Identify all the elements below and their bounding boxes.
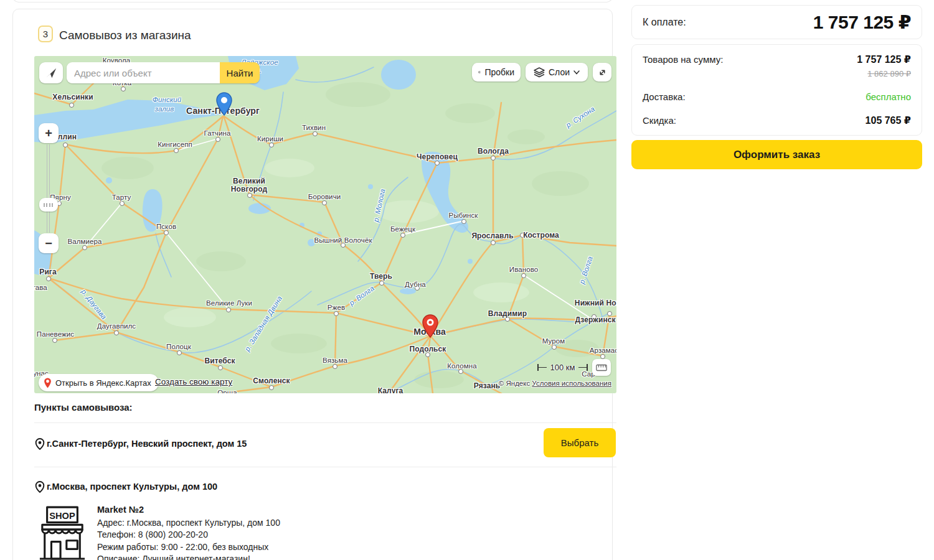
- map-pin-saint-petersburg[interactable]: [215, 92, 233, 118]
- find-button[interactable]: Найти: [220, 62, 260, 83]
- map-city-dot: [120, 201, 125, 206]
- open-in-yandex-label: Открыть в Яндекс.Картах: [55, 378, 151, 388]
- map-city-label: Рига: [39, 268, 56, 276]
- map-city-label: Гатчина: [204, 129, 231, 137]
- delivery-label: Доставка:: [643, 91, 686, 102]
- map-city-dot: [121, 86, 126, 91]
- shop-detail-line: Режим работы: 9:00 - 22:00, без выходных: [97, 541, 280, 553]
- delivery-row: Доставка: бесплатно: [643, 91, 911, 102]
- map-city-label: Орша: [217, 389, 237, 393]
- open-in-yandex-maps-button[interactable]: Открыть в Яндекс.Картах: [39, 374, 159, 391]
- zoom-in-button[interactable]: +: [39, 123, 59, 143]
- map-city-label: Бежецк: [390, 225, 415, 233]
- geolocation-button[interactable]: [39, 62, 63, 83]
- shop-detail-line: Описание: Лучший интернет-магазин!: [97, 553, 280, 560]
- map-city-label: Елгава: [34, 284, 47, 291]
- map-city-label: Витебск: [204, 357, 235, 365]
- step-number: 3: [43, 29, 48, 39]
- choose-pickup-button[interactable]: Выбрать: [544, 428, 616, 457]
- map-city-dot: [491, 240, 496, 245]
- map-water-label: залив: [155, 105, 174, 113]
- map-city-dot: [269, 142, 274, 147]
- map-city-label: Тихвин: [302, 124, 326, 131]
- zoom-out-button[interactable]: −: [39, 233, 59, 253]
- zoom-slider-handle[interactable]: [39, 198, 58, 212]
- map-city-label: Паневежис: [37, 330, 74, 338]
- map-city-label: Ярославль: [471, 231, 513, 240]
- map-city-dot: [435, 161, 440, 166]
- map-city-label: Вышний Волочёк: [314, 236, 372, 244]
- map-city-label: Великие Луки: [206, 299, 252, 307]
- map-city-dot: [164, 230, 169, 235]
- map-search: Найти: [67, 62, 260, 83]
- map-city-label: Владимир: [488, 309, 527, 318]
- layers-label: Слои: [549, 67, 570, 77]
- items-old-value: 1 862 890 ₽: [643, 69, 911, 78]
- shop-detail-line: Адрес: г.Москва, проспект Культуры, дом …: [97, 517, 280, 529]
- map-city-dot: [247, 193, 252, 198]
- pickup-section-card: 3 Самовывоз из магазина: [12, 9, 613, 560]
- shop-sign-text: SHOP: [49, 511, 75, 521]
- map-city-label: Тарту: [112, 194, 131, 201]
- traffic-icon: [478, 67, 481, 77]
- map-city-dot: [269, 385, 274, 390]
- shop-storefront-icon: SHOP: [38, 505, 87, 560]
- chevron-down-icon: [573, 70, 580, 75]
- shop-detail-line: Телефон: 8 (800) 200-20-20: [97, 529, 280, 541]
- map-city-label: Череповец: [417, 152, 458, 161]
- red-pin-icon: [44, 378, 52, 388]
- map-city-label: Подольск: [410, 345, 446, 353]
- expand-icon: [598, 68, 607, 77]
- fullscreen-button[interactable]: [593, 63, 611, 82]
- map-city-dot: [114, 330, 119, 335]
- map-city-label: Вязьма: [323, 357, 347, 364]
- map-city-label: Калуга: [378, 386, 403, 393]
- map-city-dot: [458, 369, 463, 374]
- traffic-button[interactable]: Пробки: [472, 63, 521, 82]
- location-pin-icon: [35, 481, 45, 493]
- checkout-page: 3 Самовывоз из магазина: [0, 0, 934, 560]
- zoom-slider-track[interactable]: [47, 144, 50, 233]
- shop-name: Market №2: [97, 505, 144, 515]
- map-city-label: Полоцк: [166, 343, 191, 350]
- map-city-dot: [600, 354, 605, 359]
- map-city-label: Дзержинск: [575, 315, 615, 324]
- map-city-dot: [491, 156, 496, 161]
- submit-order-button[interactable]: Оформить заказ: [631, 140, 922, 169]
- search-input[interactable]: [67, 62, 220, 83]
- map-city-dot: [334, 311, 339, 316]
- scale-label: 100 км: [547, 363, 579, 372]
- map-city-dot: [379, 281, 384, 286]
- items-value: 1 757 125 ₽: [857, 54, 911, 65]
- map-city-label: Хельсинки: [52, 93, 93, 101]
- map-city-dot: [46, 276, 51, 281]
- terms-link[interactable]: Условия использования: [532, 380, 611, 387]
- layers-button[interactable]: Слои: [526, 63, 588, 82]
- map-city-label: Кострома: [523, 231, 559, 240]
- pickup-point-address[interactable]: г.Москва, проспект Культуры, дом 100: [47, 482, 217, 492]
- blue-pin-icon: [215, 92, 233, 116]
- items-label: Товаров на сумму:: [643, 54, 723, 65]
- map-city-dot: [400, 233, 405, 238]
- map-city-dot: [177, 350, 182, 355]
- location-pin-icon: [35, 438, 45, 450]
- step-badge: 3: [38, 26, 53, 42]
- zoom-out-glyph: −: [45, 236, 52, 251]
- map-city-label: Тверь: [370, 272, 392, 281]
- map-canvas[interactable]: ХельсинкиТаллинКоуволаКоткаСанкт-Петербу…: [34, 56, 616, 393]
- map-city-dot: [215, 137, 220, 142]
- map-pin-moscow[interactable]: [422, 314, 439, 340]
- discount-label: Скидка:: [643, 115, 676, 126]
- map-terrain: [34, 56, 616, 393]
- create-map-link[interactable]: Создать свою карту: [155, 377, 232, 386]
- layers-icon: [534, 67, 545, 78]
- map-city-dot: [313, 131, 318, 136]
- divider: [34, 467, 616, 467]
- map-city-dot: [52, 338, 57, 343]
- pickup-point-address[interactable]: г.Санкт-Петербург, Невский проспект, дом…: [47, 439, 247, 449]
- ruler-button[interactable]: [592, 359, 611, 376]
- section-title: Самовывоз из магазина: [59, 29, 191, 42]
- map-city-dot: [218, 365, 223, 370]
- delivery-value: бесплатно: [866, 91, 911, 102]
- map-city-dot: [69, 103, 74, 108]
